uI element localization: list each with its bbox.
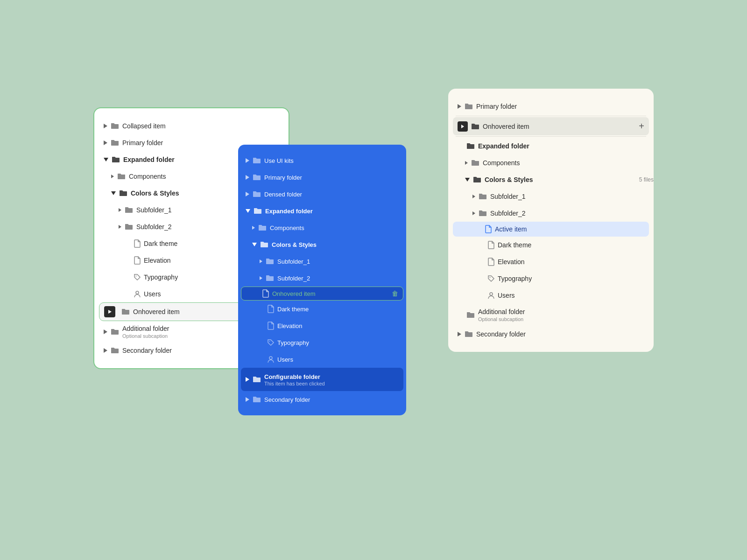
list-item[interactable]: Secondary folder xyxy=(238,391,406,408)
list-item[interactable]: Elevation xyxy=(238,317,406,334)
right-panel: Primary folder Onhovered item + Expanded… xyxy=(448,89,654,352)
chevron-icon-box xyxy=(458,121,468,132)
list-item[interactable]: Secondary folder xyxy=(448,326,654,343)
folder-icon xyxy=(265,258,275,265)
list-item[interactable]: Users xyxy=(448,287,654,304)
tag-icon xyxy=(487,275,495,282)
list-item[interactable]: Colors & Styles 5 files xyxy=(448,171,654,188)
chevron-right-icon xyxy=(246,397,249,402)
trash-icon[interactable]: 🗑 xyxy=(392,290,398,297)
item-label: Elevation xyxy=(498,258,654,266)
folder-icon xyxy=(252,190,261,198)
file-icon xyxy=(485,225,492,233)
onhovered-item[interactable]: Onhovered item 🗑 xyxy=(241,287,403,301)
file-icon xyxy=(267,305,275,313)
list-item[interactable]: Elevation xyxy=(448,253,654,270)
chevron-right-icon xyxy=(104,329,107,334)
chevron-right-icon xyxy=(104,140,107,145)
user-icon xyxy=(134,290,141,298)
folder-icon xyxy=(117,173,126,180)
list-item[interactable]: Use UI kits xyxy=(238,152,406,169)
item-label-group: Additional folder Optional subcaption xyxy=(478,308,525,322)
active-item[interactable]: Active item xyxy=(453,222,649,237)
list-item[interactable]: Dark theme xyxy=(448,237,654,253)
item-label: Additional folder xyxy=(478,308,525,315)
folder-icon xyxy=(110,328,120,336)
item-label-group: Additional folder Optional subcaption xyxy=(122,324,169,339)
list-item[interactable]: Typography xyxy=(238,334,406,351)
chevron-right-icon xyxy=(246,377,249,382)
item-label: Expanded folder xyxy=(265,208,399,215)
folder-icon xyxy=(466,311,475,319)
list-item[interactable]: Users xyxy=(238,351,406,368)
chevron-right-icon xyxy=(260,259,262,263)
chevron-right-icon xyxy=(246,192,249,196)
folder-icon xyxy=(110,122,120,130)
item-label: Primary folder xyxy=(476,103,644,110)
tag-icon xyxy=(267,339,275,346)
item-label: Dark theme xyxy=(277,306,377,313)
folder-icon xyxy=(471,123,480,130)
chevron-right-icon xyxy=(465,161,468,165)
list-item[interactable]: Expanded folder xyxy=(238,203,406,219)
chevron-down-icon xyxy=(252,243,257,246)
onhovered-item[interactable]: Onhovered item + xyxy=(453,117,649,135)
item-label: Colors & Styles xyxy=(272,241,392,248)
item-label: Components xyxy=(483,159,654,167)
file-count-badge: 5 files xyxy=(639,176,654,183)
chevron-down-icon xyxy=(246,209,250,213)
folder-icon xyxy=(110,139,120,147)
list-item[interactable]: Expanded folder xyxy=(448,138,654,154)
item-label: Typography xyxy=(277,339,377,346)
list-item[interactable]: Components xyxy=(448,154,654,171)
list-item[interactable]: Components xyxy=(238,219,406,236)
list-item[interactable]: Primary folder xyxy=(448,98,654,115)
list-item[interactable]: Subfolder_2 xyxy=(448,205,654,222)
item-label: Collapsed item xyxy=(122,122,279,130)
item-label: Onhovered item xyxy=(483,123,636,130)
chevron-right-icon xyxy=(260,276,262,280)
file-icon xyxy=(487,258,495,266)
divider xyxy=(456,136,646,137)
folder-icon xyxy=(124,206,134,214)
item-label: Subfolder_2 xyxy=(277,275,385,282)
folder-icon xyxy=(260,241,269,248)
file-icon xyxy=(267,322,275,330)
item-label: Colors & Styles xyxy=(485,176,636,183)
list-item[interactable]: Densed folder xyxy=(238,186,406,203)
folder-icon xyxy=(252,376,261,383)
list-item[interactable]: Additional folder Optional subcaption xyxy=(448,304,654,326)
item-label: Dark theme xyxy=(498,241,654,249)
folder-icon xyxy=(253,207,262,215)
chevron-right-icon xyxy=(458,332,461,336)
list-item[interactable]: Colors & Styles xyxy=(238,236,406,253)
file-icon xyxy=(262,289,269,298)
chevron-right-icon xyxy=(458,104,461,109)
item-label: Onhovered item xyxy=(133,308,245,315)
list-item[interactable]: Subfolder_2 xyxy=(238,270,406,287)
list-item[interactable]: Dark theme xyxy=(238,301,406,317)
file-icon xyxy=(487,241,495,249)
chevron-right-icon xyxy=(246,175,249,180)
list-item[interactable]: Collapsed item xyxy=(94,118,289,134)
item-label: Active item xyxy=(495,225,644,233)
svg-point-1 xyxy=(136,291,139,294)
configurable-folder[interactable]: Configurable folder This item has been c… xyxy=(241,368,403,391)
plus-icon[interactable]: + xyxy=(639,121,644,132)
item-label: Primary folder xyxy=(264,174,399,181)
folder-icon xyxy=(478,193,487,200)
item-label: Use UI kits xyxy=(264,157,399,164)
item-label: Densed folder xyxy=(264,191,399,198)
list-item[interactable]: Subfolder_1 xyxy=(448,188,654,205)
chevron-down-icon xyxy=(104,158,108,161)
list-item[interactable]: Subfolder_1 xyxy=(238,253,406,270)
user-icon xyxy=(487,292,495,299)
file-icon xyxy=(134,239,141,248)
user-icon xyxy=(267,356,275,363)
item-label: Components xyxy=(270,224,392,231)
list-item[interactable]: Typography xyxy=(448,270,654,287)
chevron-right-icon xyxy=(104,348,107,353)
folder-icon xyxy=(466,142,475,150)
item-label: Typography xyxy=(498,275,654,282)
list-item[interactable]: Primary folder xyxy=(238,169,406,186)
